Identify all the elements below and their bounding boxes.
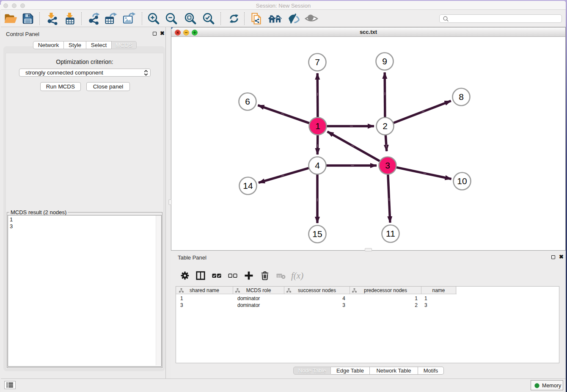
- svg-text:3: 3: [385, 160, 390, 170]
- svg-text:4: 4: [315, 160, 320, 170]
- svg-text:f(x): f(x): [291, 271, 303, 281]
- svg-text:11: 11: [386, 229, 395, 238]
- svg-text:2: 2: [383, 121, 388, 131]
- svg-text:15: 15: [312, 229, 322, 239]
- svg-text:1: 1: [315, 121, 320, 131]
- svg-text:14: 14: [243, 181, 253, 190]
- svg-text:6: 6: [245, 97, 250, 106]
- svg-text:10: 10: [457, 176, 467, 186]
- svg-text:9: 9: [382, 56, 387, 66]
- svg-text:7: 7: [315, 57, 320, 67]
- svg-text:8: 8: [459, 92, 464, 102]
